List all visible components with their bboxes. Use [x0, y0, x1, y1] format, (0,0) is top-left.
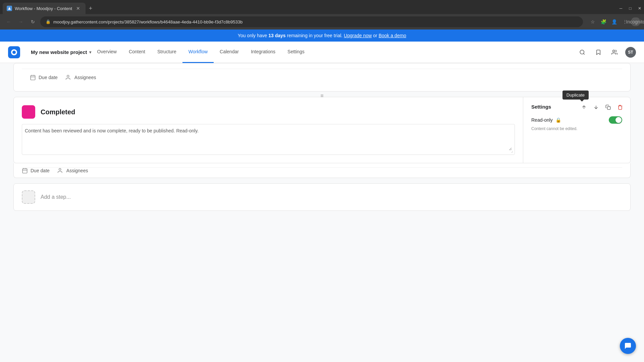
bookmark-button[interactable]: [593, 47, 604, 58]
step-description-container: [22, 124, 515, 155]
profile-icon[interactable]: 👤: [610, 17, 619, 26]
svg-rect-2: [31, 75, 35, 80]
lock-icon: 🔒: [555, 117, 561, 123]
readonly-text: Read-only: [531, 117, 553, 123]
readonly-label: Read-only 🔒: [531, 117, 561, 123]
nav-links: Overview Content Structure Workflow Cale…: [91, 42, 577, 63]
step-color-indicator[interactable]: [22, 105, 35, 119]
upgrade-now-link[interactable]: Upgrade now: [344, 33, 372, 38]
logo-area: [8, 46, 20, 58]
add-step-card[interactable]: Add a step...: [13, 183, 631, 211]
svg-point-1: [613, 50, 615, 52]
address-bar[interactable]: 🔒 moodjoy.gathercontent.com/projects/385…: [40, 16, 583, 27]
duplicate-tooltip: Duplicate: [562, 90, 589, 100]
duplicate-icon-button[interactable]: [603, 103, 613, 112]
top-navigation: My new website project ▾ Overview Conten…: [0, 42, 644, 63]
duplicate-button-container: Duplicate: [579, 103, 589, 112]
readonly-toggle[interactable]: [609, 116, 622, 124]
drag-handle-icon[interactable]: ≡: [320, 93, 323, 99]
chat-button[interactable]: [620, 338, 636, 354]
add-step-label: Add a step...: [41, 194, 71, 200]
book-demo-link[interactable]: Book a demo: [379, 33, 407, 38]
completed-meta-items: Due date Assignees: [22, 167, 622, 174]
completed-step-meta-row: Due date Assignees: [13, 163, 631, 178]
team-button[interactable]: [609, 47, 620, 58]
maximize-button[interactable]: □: [626, 4, 635, 13]
step-settings-sidebar: Settings Duplicate: [523, 97, 630, 163]
tab-close-button[interactable]: ✕: [75, 5, 82, 12]
partial-meta-row: Due date Assignees: [22, 69, 622, 86]
nav-content[interactable]: Content: [123, 42, 151, 63]
lock-icon: 🔒: [46, 19, 51, 24]
add-step-dot-icon: [22, 190, 35, 204]
browser-controls: ← → ↻ 🔒 moodjoy.gathercontent.com/projec…: [0, 14, 644, 29]
nav-structure[interactable]: Structure: [151, 42, 182, 63]
assignees-label: Assignees: [66, 168, 88, 173]
svg-rect-8: [22, 169, 27, 173]
svg-point-6: [67, 75, 69, 77]
incognito-badge: Incognito: [631, 17, 640, 26]
nav-integrations[interactable]: Integrations: [245, 42, 281, 63]
svg-point-0: [580, 50, 584, 54]
nav-settings[interactable]: Settings: [281, 42, 311, 63]
forward-button[interactable]: →: [16, 17, 25, 26]
completed-step-wrapper: ≡ Completed Settings: [13, 97, 631, 178]
step-description-input[interactable]: [25, 127, 512, 150]
svg-point-12: [59, 168, 61, 170]
tab-title: Workflow - Moodjoy - Content: [15, 6, 72, 11]
active-tab[interactable]: Workflow - Moodjoy - Content ✕: [3, 3, 86, 14]
new-tab-button[interactable]: +: [86, 3, 96, 13]
assignees-item-partial[interactable]: Assignees: [66, 74, 96, 80]
search-button[interactable]: [577, 47, 588, 58]
extension-icon[interactable]: 🧩: [599, 17, 608, 26]
readonly-description: Content cannot be edited.: [531, 126, 622, 131]
sidebar-action-buttons: Duplicate: [579, 103, 625, 112]
url-text: moodjoy.gathercontent.com/projects/38582…: [53, 19, 243, 24]
tab-bar: Workflow - Moodjoy - Content ✕ + ─ □ ✕: [0, 0, 644, 14]
close-window-button[interactable]: ✕: [635, 4, 644, 13]
step-header: Completed: [22, 105, 515, 119]
nav-calendar[interactable]: Calendar: [214, 42, 245, 63]
logo-icon[interactable]: [8, 46, 20, 58]
due-date-label-partial: Due date: [39, 75, 58, 80]
due-date-item[interactable]: Due date: [22, 168, 50, 174]
back-button[interactable]: ←: [4, 17, 13, 26]
delete-button[interactable]: [615, 103, 625, 112]
nav-right-actions: ST: [577, 47, 636, 58]
minimize-button[interactable]: ─: [616, 4, 625, 13]
refresh-button[interactable]: ↻: [28, 17, 38, 26]
trial-banner: You only have 13 days remaining in your …: [0, 29, 644, 42]
due-date-label: Due date: [31, 168, 50, 173]
readonly-row: Read-only 🔒: [531, 116, 622, 124]
user-avatar[interactable]: ST: [625, 47, 636, 58]
due-date-item-partial[interactable]: Due date: [30, 74, 58, 80]
partial-step-card: Due date Assignees: [13, 63, 631, 92]
step-title[interactable]: Completed: [41, 108, 75, 116]
down-arrow-button[interactable]: [591, 103, 601, 112]
completed-step-card: Completed Settings Duplicate: [13, 97, 631, 163]
svg-rect-7: [607, 107, 610, 110]
star-icon[interactable]: ☆: [588, 17, 597, 26]
project-name[interactable]: My new website project ▾: [31, 49, 91, 55]
step-main-area: Completed: [14, 97, 523, 163]
tab-favicon: [7, 6, 12, 11]
nav-overview[interactable]: Overview: [91, 42, 123, 63]
assignees-label-partial: Assignees: [74, 75, 96, 80]
up-arrow-button[interactable]: [579, 103, 589, 112]
assignees-item[interactable]: Assignees: [58, 168, 88, 174]
trial-days: 13 days: [268, 33, 285, 38]
nav-workflow[interactable]: Workflow: [182, 42, 214, 63]
